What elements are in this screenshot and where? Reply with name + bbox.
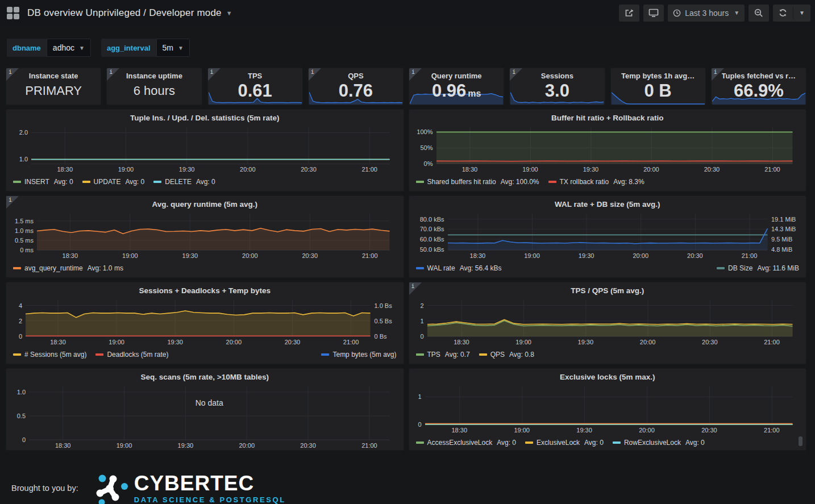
legend-item[interactable]: ShareUpdateExclusiveLockAvg: 0 <box>535 448 654 450</box>
plot-canvas <box>436 127 793 164</box>
panel-info-icon[interactable]: i <box>409 68 422 81</box>
legend-item[interactable]: ExclusiveLockAvg: 0 <box>525 437 604 448</box>
dashboard-title-caret-icon[interactable]: ▼ <box>226 10 232 16</box>
legend-item[interactable]: # Sessions (5m avg) <box>13 349 86 360</box>
graph-panel-title[interactable]: Sessions + Deadlocks + Temp bytes <box>12 282 398 297</box>
plot-row: 01 <box>415 386 801 425</box>
plot-area[interactable]: 01 <box>425 386 793 425</box>
clock-icon <box>673 9 681 17</box>
y-axis-label-right: 19.1 MiB <box>767 216 796 223</box>
stat-value-number: 0.76 <box>339 82 373 99</box>
plot-area[interactable]: 0 ms0.5 ms1.0 ms1.5 ms <box>37 214 390 251</box>
x-axis-label: 20:30 <box>300 442 316 449</box>
legend-series-name: Shared buffers hit ratio <box>427 176 496 188</box>
legend-series-name: ExclusiveLock <box>537 437 580 448</box>
stat-panel-row: i Instance state PRIMARY i Instance upti… <box>6 68 806 105</box>
graph-panel-title[interactable]: Avg. query runtime (5m avg.) <box>12 196 398 211</box>
panel-info-icon[interactable]: i <box>208 68 221 81</box>
legend-series-name: DB Size <box>728 263 752 274</box>
panel-info-icon[interactable]: i <box>6 196 19 209</box>
legend-item[interactable]: DELETEAvg: 0 <box>153 176 215 188</box>
panel-info-icon[interactable]: i <box>309 68 321 81</box>
stat-value-number: 6 hours <box>134 85 175 97</box>
plot-area[interactable]: 50.0 kBs60.0 kBs70.0 kBs80.0 kBs4.8 MiB9… <box>448 214 768 251</box>
series-line <box>427 320 793 324</box>
y-axis-label: 0.5 <box>17 413 29 419</box>
x-axis-label: 20:00 <box>226 339 242 345</box>
zoom-out-button[interactable] <box>749 5 769 22</box>
stat-panel-title[interactable]: Query runtime <box>431 72 482 80</box>
plot-area[interactable]: 0240 Bs0.5 Bs1.0 Bs <box>26 300 371 337</box>
x-axis-label: 19:00 <box>514 427 530 434</box>
stat-panel-title[interactable]: TPS <box>248 72 262 80</box>
stat-value-number: 3.0 <box>545 82 569 99</box>
graph-panel-title[interactable]: Seq. scans (5m rate, >10MB tables) <box>12 369 398 384</box>
legend-color-dash <box>321 353 329 356</box>
graph-panel-title[interactable]: WAL rate + DB size (5m avg.) <box>415 196 801 211</box>
legend-scrollbar[interactable] <box>799 436 802 446</box>
panel-info-icon[interactable]: i <box>107 68 119 81</box>
grafana-logo-icon[interactable] <box>7 7 19 19</box>
plot-area[interactable]: 1.02.0 <box>31 127 390 164</box>
legend-item[interactable]: Deadlocks (5m rate) <box>95 349 168 360</box>
dashboard-title[interactable]: DB overview Unprivileged / Developer mod… <box>27 7 222 19</box>
variable-value-dropdown[interactable]: 5m ▼ <box>156 39 190 57</box>
plot-area[interactable]: 012 <box>427 300 793 337</box>
plot-area[interactable]: No data 00.51.0 <box>29 386 390 440</box>
stat-panel-title[interactable]: Sessions <box>541 72 573 80</box>
cybertec-wordmark: CYBERTEC DATA SCIENCE & POSTGRESQL <box>134 473 286 504</box>
legend-series-avg: Avg: 0 <box>54 176 73 188</box>
panel-info-icon[interactable]: i <box>712 68 724 81</box>
stat-panel-title[interactable]: Instance state <box>29 72 78 80</box>
stat-panel-title[interactable]: Tuples fetched vs r… <box>722 72 796 80</box>
refresh-button[interactable] <box>773 5 793 22</box>
legend-series-name: # Sessions (5m avg) <box>24 349 86 360</box>
graph-panel: i Exclusive locks (5m max.) 01 18:3019:0… <box>409 368 807 451</box>
y-axis-label: 100% <box>417 128 436 135</box>
x-axis-label: 19:00 <box>117 442 132 449</box>
legend-item[interactable]: Shared buffers hit ratioAvg: 100.0% <box>416 176 539 188</box>
variable-value-dropdown[interactable]: adhoc ▼ <box>47 39 91 57</box>
x-axis-label: 20:00 <box>643 166 659 173</box>
panel-info-icon[interactable]: i <box>6 68 19 81</box>
graph-panel-title[interactable]: Exclusive locks (5m max.) <box>415 369 801 384</box>
y-axis-label: 0% <box>424 160 436 167</box>
plot-area[interactable]: 0%50%100% <box>436 127 793 164</box>
stat-panel-value: PRIMARY <box>25 85 82 97</box>
legend-item[interactable]: Temp bytes (5m avg) <box>321 349 396 360</box>
x-axis-label: 19:30 <box>579 252 594 259</box>
graph-panel-title[interactable]: TPS / QPS (5m avg.) <box>415 282 801 297</box>
graph-panel-title[interactable]: Tuple Ins. / Upd. / Del. statistics (5m … <box>12 110 398 124</box>
legend-item[interactable]: QPSAvg: 0.8 <box>479 349 534 360</box>
legend-item[interactable]: TX rollback ratioAvg: 8.3% <box>548 176 644 188</box>
stat-panel-title[interactable]: QPS <box>348 72 363 80</box>
stat-panel-title[interactable]: Temp bytes 1h avg… <box>621 72 695 80</box>
graph-panel-title[interactable]: Buffer hit ratio + Rollback ratio <box>415 110 801 124</box>
legend-item[interactable]: DB SizeAvg: 11.6 MiB <box>717 263 799 274</box>
panel-info-icon[interactable]: i <box>409 282 422 295</box>
refresh-interval-caret[interactable]: ▼ <box>793 5 810 22</box>
legend-item[interactable]: RowExclusiveLockAvg: 0 <box>613 437 705 448</box>
legend-item[interactable]: UPDATEAvg: 0 <box>82 176 145 188</box>
tv-mode-button[interactable] <box>643 5 664 22</box>
stat-value-number: PRIMARY <box>25 85 82 97</box>
legend-item[interactable]: WAL rateAvg: 56.4 kBs <box>416 263 502 274</box>
legend-item[interactable]: AccessExclusiveLockAvg: 0 <box>416 437 517 448</box>
legend-series-avg: Avg: 1.0 ms <box>88 263 123 274</box>
stat-panel: i Tuples fetched vs r… 66.9% <box>711 68 806 105</box>
legend-series-avg: Avg: 0.7 <box>445 349 470 360</box>
legend-item[interactable]: avg_query_runtimeAvg: 1.0 ms <box>13 263 123 274</box>
panel-info-icon[interactable]: i <box>510 68 522 81</box>
stat-panel-value: 6 hours <box>134 85 175 97</box>
legend-item[interactable]: INSERTAvg: 0 <box>13 176 73 188</box>
share-button[interactable] <box>619 5 639 22</box>
template-variables-row: dbname adhoc ▼ agg_interval 5m ▼ <box>0 26 815 63</box>
brought-to-you-text: Brought to you by: <box>11 484 78 493</box>
y-axis-label-right: 1.0 Bs <box>371 302 392 309</box>
legend-item[interactable]: ShareRowExclusiveLockAvg: 0 <box>416 448 526 450</box>
legend-item[interactable]: TPSAvg: 0.7 <box>416 349 470 360</box>
legend-wrap: WAL rateAvg: 56.4 kBsDB SizeAvg: 11.6 Mi… <box>415 260 801 277</box>
stat-panel-title[interactable]: Instance uptime <box>126 72 182 80</box>
time-range-picker[interactable]: Last 3 hours ▼ <box>668 5 745 22</box>
stat-panel: i Instance uptime 6 hours <box>106 68 202 105</box>
